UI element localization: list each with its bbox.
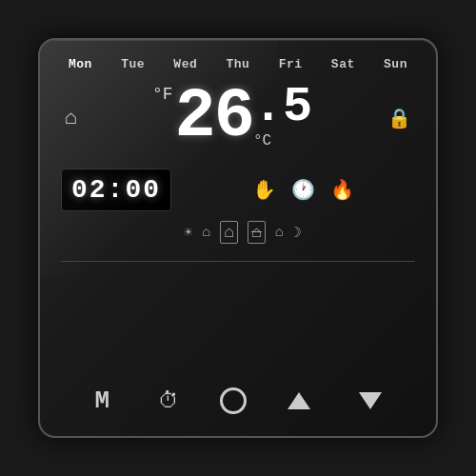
home-sched-icon: ⌂	[202, 225, 210, 241]
down-button[interactable]	[351, 388, 389, 413]
time-value: 02:00	[71, 175, 161, 205]
day-row: Mon Tue Wed Thu Fri Sat Sun	[61, 57, 415, 71]
schedule-row: ☀ ⌂ ⌂ ⌂ ⌂ ☽	[61, 221, 415, 244]
away-icon: ⌂	[220, 221, 238, 244]
middle-section: 02:00 ✋ 🕐 🔥	[61, 167, 415, 213]
clock-button[interactable]: ⏱	[150, 385, 187, 418]
temperature-section: ⌂ °F 26 .5 °C 🔒	[61, 79, 415, 157]
away2-icon: ⌂	[248, 221, 266, 244]
mode-icons: ✋ 🕐 🔥	[190, 178, 415, 202]
day-sat: Sat	[331, 57, 355, 71]
circle-button[interactable]	[220, 387, 247, 414]
day-mon: Mon	[69, 57, 92, 71]
temp-integer: 26	[174, 83, 252, 151]
moon-icon: ☽	[293, 224, 302, 242]
unit-celsius: °C	[253, 132, 312, 149]
home2-sched-icon: ⌂	[275, 225, 284, 241]
hand-icon: ✋	[252, 178, 276, 202]
sun-sched-icon: ☀	[184, 224, 192, 242]
day-fri: Fri	[279, 57, 303, 71]
day-sun: Sun	[384, 57, 407, 71]
day-thu: Thu	[227, 57, 250, 71]
unit-fahrenheit: °F	[152, 85, 173, 104]
flame-icon: 🔥	[330, 178, 354, 202]
temperature-display: °F 26 .5 °C	[77, 83, 387, 153]
timer-icon: 🕐	[291, 178, 315, 202]
divider	[61, 261, 415, 262]
temp-decimal-group: .5 °C	[253, 83, 312, 153]
button-row: M ⏱	[61, 383, 415, 419]
home-icon: ⌂	[65, 107, 77, 130]
lock-icon: 🔒	[387, 107, 411, 130]
day-wed: Wed	[173, 57, 197, 71]
day-tue: Tue	[121, 57, 145, 71]
temp-decimal-value: .5	[253, 83, 312, 132]
thermostat-display: Mon Tue Wed Thu Fri Sat Sun ⌂ °F 26 .5 °…	[38, 38, 438, 438]
up-button[interactable]	[280, 388, 318, 413]
mode-button[interactable]: M	[87, 383, 117, 419]
time-display: 02:00	[61, 169, 171, 211]
